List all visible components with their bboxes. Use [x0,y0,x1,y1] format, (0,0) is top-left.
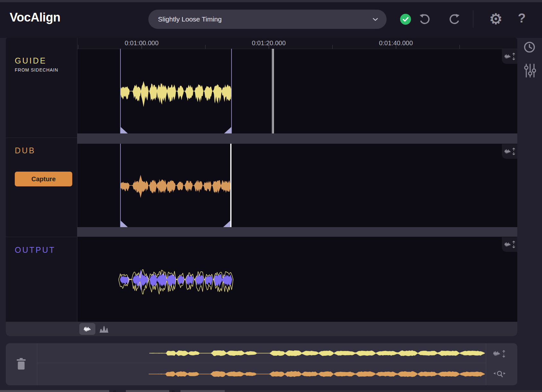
ruler-tick [396,45,396,49]
bottom-edge-label: 40 [113,390,116,392]
waveform-zoom-icon [504,54,511,59]
dub-waveform-svg[interactable] [77,144,517,227]
updown-arrows-icon [512,52,516,61]
tracks-panel: 0:01:00.000 0:01:20.000 0:01:40.000 GUID… [6,38,517,336]
label-cell-divider [6,237,77,237]
undo-icon[interactable] [419,13,431,25]
updown-arrows-icon [502,350,506,358]
ruler-tick [459,45,460,49]
overview-dub-svg[interactable] [37,363,486,385]
overview-divider [486,343,486,385]
header-divider [473,10,473,28]
bottom-edge-segment [225,390,542,392]
waveform-zoom-icon [504,242,511,247]
updown-arrows-icon [512,147,516,156]
dub-track-lane [77,144,517,227]
guide-track-sublabel: FROM SIDECHAIN [15,67,58,72]
timeline-ruler[interactable]: 0:01:00.000 0:01:20.000 0:01:40.000 [6,38,517,49]
ruler-tick [78,45,78,49]
track-separator-strip [77,227,517,237]
bottom-edge-label: 40 [172,390,175,392]
guide-track-lane [77,49,517,133]
settings-gear-icon[interactable]: ⚙ [488,10,503,28]
horizontal-zoom-icon[interactable] [492,370,507,379]
view-toggle-strip [6,322,517,336]
window-bottom-edge: 40 40 [0,390,542,392]
label-cell-divider [6,138,77,138]
help-icon[interactable]: ? [514,11,529,25]
ruler-tick [269,45,269,49]
updown-arrows-icon [512,240,516,249]
guide-track-label: GUIDE [15,56,47,65]
waveform-zoom-icon [493,350,501,357]
capture-button[interactable]: Capture [15,172,72,186]
waveform-zoom-icon [504,149,511,154]
overview-guide-svg[interactable] [37,343,486,363]
trash-icon[interactable] [16,358,26,370]
spectrum-view-toggle[interactable] [99,325,109,333]
window-top-strip [0,0,542,2]
output-track-height-tab[interactable] [502,237,517,252]
selection-start-line[interactable] [120,144,121,227]
waveform-view-toggle[interactable] [79,323,95,335]
chevron-down-icon [372,18,378,21]
vocalign-window: VocAlign Slightly Loose Timing ⚙ ? [0,0,542,392]
redo-icon[interactable] [448,13,460,25]
ruler-tick [205,45,205,49]
waveform-view-icon [83,326,91,332]
selection-end-line[interactable] [231,49,232,133]
output-track-lane [77,237,517,322]
track-label-column: GUIDE FROM SIDECHAIN DUB Capture OUTPUT [6,49,77,322]
settings-sliders-icon[interactable] [524,64,536,78]
preset-value: Slightly Loose Timing [158,10,222,29]
bottom-edge-segment [109,390,126,392]
output-track-label: OUTPUT [15,245,56,255]
ruler-tick [332,45,333,49]
guide-track-height-tab[interactable] [502,49,517,64]
time-clock-icon[interactable] [523,41,536,53]
output-waveform-svg[interactable] [77,237,517,322]
playhead[interactable] [272,49,274,133]
confirm-checkmark-icon[interactable] [400,14,411,25]
preset-dropdown[interactable]: Slightly Loose Timing [148,10,387,29]
track-separator-strip [77,133,517,144]
header-bar: VocAlign Slightly Loose Timing ⚙ ? [0,0,542,38]
capture-end-marker[interactable] [230,144,232,227]
app-title: VocAlign [10,11,60,24]
selection-start-line[interactable] [120,49,121,133]
overview-height-button[interactable] [492,349,510,359]
dub-track-label: DUB [15,146,36,155]
overview-panel [6,343,517,385]
ruler-tick [142,45,142,49]
bottom-edge-segment [169,390,180,392]
guide-waveform-svg[interactable] [77,49,517,133]
dub-track-height-tab[interactable] [502,144,517,159]
